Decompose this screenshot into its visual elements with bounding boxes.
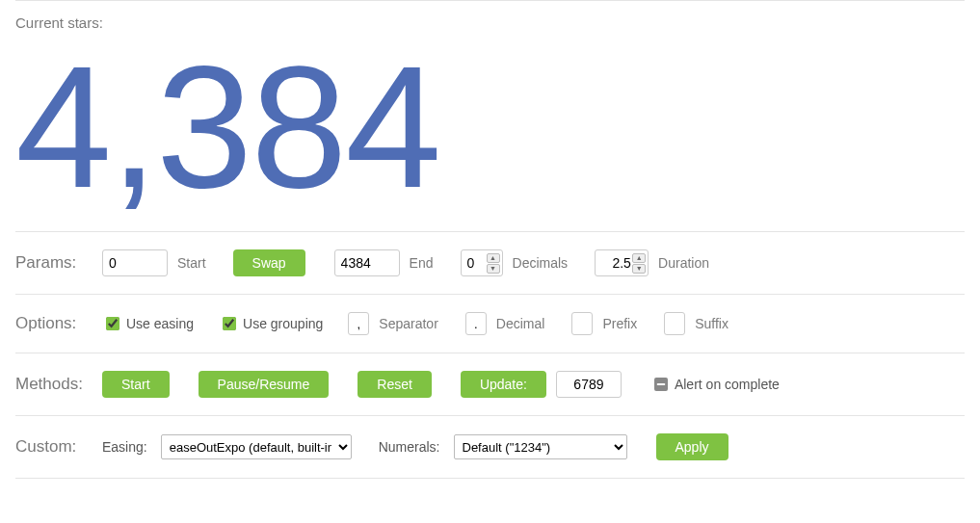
params-row: Params: Start Swap End ▲ ▼ Decimals ▲ ▼ … xyxy=(15,232,965,294)
apply-button[interactable]: Apply xyxy=(656,433,728,460)
alert-on-complete-wrap: Alert on complete xyxy=(650,375,780,394)
prefix-input[interactable] xyxy=(571,312,593,335)
params-section-label: Params: xyxy=(15,253,93,273)
prefix-label: Prefix xyxy=(602,316,637,331)
use-grouping-checkbox-wrap: Use grouping xyxy=(219,314,323,333)
numerals-label: Numerals: xyxy=(379,439,440,455)
current-stars-label: Current stars: xyxy=(15,1,965,31)
numerals-select[interactable]: Default ("1234") xyxy=(454,434,627,459)
separator-label: Separator xyxy=(379,316,437,331)
update-value-input[interactable] xyxy=(556,371,622,398)
duration-up-icon[interactable]: ▲ xyxy=(632,253,646,263)
duration-down-icon[interactable]: ▼ xyxy=(632,264,646,274)
decimal-label: Decimal xyxy=(496,316,545,331)
current-stars-value: 4,384 xyxy=(15,31,965,231)
options-row: Options: Use easing Use grouping Separat… xyxy=(15,295,965,353)
separator-input[interactable] xyxy=(348,312,369,335)
reset-button[interactable]: Reset xyxy=(358,371,432,398)
use-easing-label: Use easing xyxy=(126,316,194,331)
start-label: Start xyxy=(177,255,206,271)
decimals-down-icon[interactable]: ▼ xyxy=(487,264,500,274)
update-button[interactable]: Update: xyxy=(461,371,546,398)
alert-on-complete-label: Alert on complete xyxy=(675,377,780,392)
pause-resume-button[interactable]: Pause/Resume xyxy=(199,371,330,398)
methods-row: Methods: Start Pause/Resume Reset Update… xyxy=(15,353,965,415)
swap-button[interactable]: Swap xyxy=(233,249,305,276)
custom-row: Custom: Easing: easeOutExpo (default, bu… xyxy=(15,416,965,478)
suffix-label: Suffix xyxy=(695,316,728,331)
end-input[interactable] xyxy=(334,249,400,276)
easing-label: Easing: xyxy=(102,439,147,455)
use-easing-checkbox[interactable] xyxy=(106,317,119,330)
decimals-up-icon[interactable]: ▲ xyxy=(487,253,500,263)
start-input[interactable] xyxy=(102,249,168,276)
decimals-label: Decimals xyxy=(513,255,569,271)
suffix-input[interactable] xyxy=(664,312,685,335)
use-grouping-checkbox[interactable] xyxy=(223,317,236,330)
duration-label: Duration xyxy=(658,255,709,271)
end-label: End xyxy=(410,255,434,271)
start-button[interactable]: Start xyxy=(102,371,170,398)
easing-select[interactable]: easeOutExpo (default, built-in) xyxy=(161,434,352,459)
decimal-input[interactable] xyxy=(465,312,487,335)
alert-on-complete-checkbox[interactable] xyxy=(654,378,668,391)
custom-section-label: Custom: xyxy=(15,437,93,457)
use-easing-checkbox-wrap: Use easing xyxy=(102,314,194,333)
methods-section-label: Methods: xyxy=(15,375,93,394)
use-grouping-label: Use grouping xyxy=(243,316,323,331)
options-section-label: Options: xyxy=(15,314,93,333)
